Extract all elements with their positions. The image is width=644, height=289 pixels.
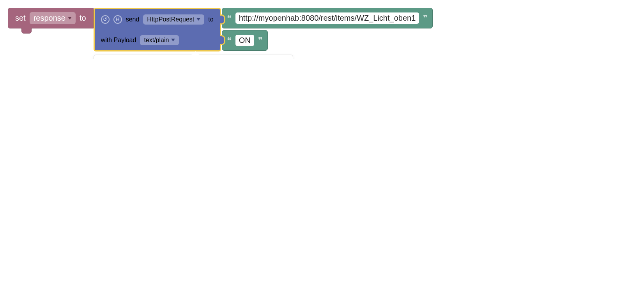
content-type-dropdown[interactable]: text/plain xyxy=(140,35,179,45)
connector-peg-icon xyxy=(220,14,225,25)
variable-dropdown[interactable]: response xyxy=(30,12,76,24)
string-inputs-column: ❝ http://myopenhab:8080/rest/items/WZ_Li… xyxy=(221,8,433,51)
variable-name: response xyxy=(34,14,65,23)
menu-item[interactable]: application/json xyxy=(94,59,293,59)
to-label: to xyxy=(80,14,86,23)
set-label: set xyxy=(15,14,26,23)
request-type-dropdown[interactable]: HttpPostRequest xyxy=(143,14,204,25)
quote-open-icon: ❝ xyxy=(227,14,232,23)
request-type-value: HttpPostRequest xyxy=(147,16,194,23)
block-workspace: set response to ↺ H send HttpPostRequest… xyxy=(8,8,636,51)
payload-value[interactable]: ON xyxy=(235,35,254,46)
quote-close-icon: ❞ xyxy=(258,36,263,45)
help-icon[interactable]: H xyxy=(113,15,122,24)
history-icon[interactable]: ↺ xyxy=(101,15,110,24)
content-type-value: text/plain xyxy=(144,37,169,44)
chevron-down-icon xyxy=(171,39,175,41)
send-row-bottom: with Payload text/plain xyxy=(94,30,221,51)
url-string-block[interactable]: ❝ http://myopenhab:8080/rest/items/WZ_Li… xyxy=(222,8,433,28)
chevron-down-icon xyxy=(68,17,72,20)
quote-open-icon: ❝ xyxy=(227,36,232,45)
payload-string-block[interactable]: ❝ ON ❞ xyxy=(222,30,268,51)
send-label: send xyxy=(126,16,140,23)
url-value[interactable]: http://myopenhab:8080/rest/items/WZ_Lich… xyxy=(235,12,419,24)
quote-close-icon: ❞ xyxy=(423,14,428,23)
connector-peg-icon xyxy=(220,35,225,45)
payload-label: with Payload xyxy=(101,37,136,44)
set-variable-block[interactable]: set response to xyxy=(8,8,94,28)
send-row-top: ↺ H send HttpPostRequest to xyxy=(94,8,221,30)
chevron-down-icon xyxy=(196,18,200,21)
to-label-2: to xyxy=(208,16,213,23)
content-type-menu[interactable]: application/jsonnoneapplication/javascri… xyxy=(94,55,293,59)
send-http-block[interactable]: ↺ H send HttpPostRequest to with Payload… xyxy=(94,8,221,51)
